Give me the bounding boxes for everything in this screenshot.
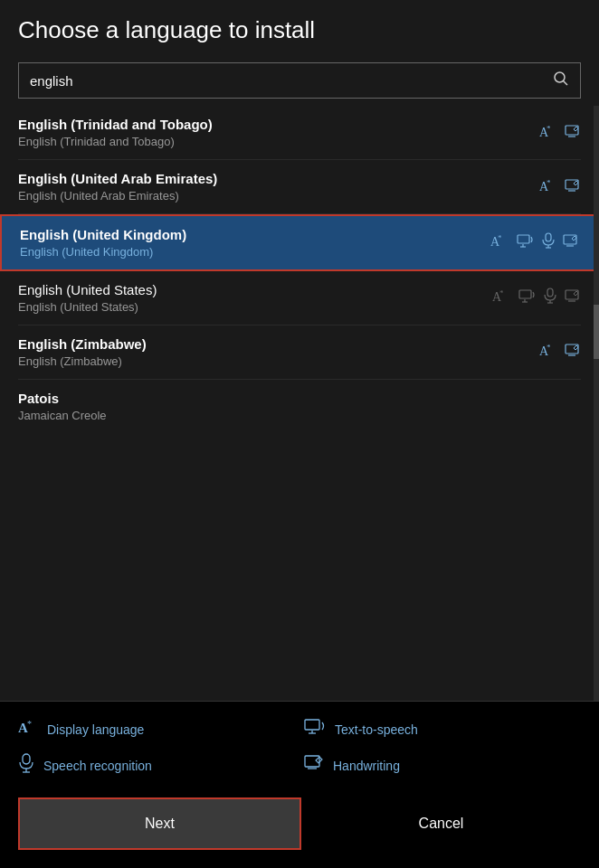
svg-point-0 bbox=[555, 72, 565, 82]
language-text-ae: English (United Arab Emirates) English (… bbox=[18, 171, 539, 203]
scrollbar-track[interactable] bbox=[594, 106, 599, 701]
svg-rect-39 bbox=[23, 754, 30, 764]
language-text-gb: English (United Kingdom) English (United… bbox=[20, 227, 490, 259]
language-text-patois: Patois Jamaican Creole bbox=[18, 391, 581, 422]
lang-subname-us: English (United States) bbox=[18, 300, 492, 314]
search-input[interactable] bbox=[30, 73, 553, 89]
handwriting-icon bbox=[304, 753, 324, 778]
lang-subname-tt: English (Trinidad and Tobago) bbox=[18, 135, 539, 148]
footer-handwriting: Handwriting bbox=[304, 753, 581, 778]
handwriting-icon-tt bbox=[565, 123, 581, 142]
search-icon bbox=[553, 71, 569, 90]
lang-icons-zw: A * bbox=[539, 342, 581, 363]
language-text-us: English (United States) English (United … bbox=[18, 282, 492, 314]
language-text-zw: English (Zimbabwe) English (Zimbabwe) bbox=[18, 336, 539, 368]
display-language-label: Display language bbox=[47, 722, 144, 737]
svg-rect-12 bbox=[518, 235, 529, 243]
tts-label: Text-to-speech bbox=[335, 722, 418, 737]
dialog-header: Choose a language to install bbox=[0, 0, 599, 53]
handwriting-icon-ae bbox=[565, 177, 581, 196]
svg-text:*: * bbox=[499, 288, 504, 297]
lang-name-us: English (United States) bbox=[18, 282, 492, 297]
lang-name-patois: Patois bbox=[18, 391, 581, 406]
display-icon-us: A * bbox=[492, 288, 510, 308]
language-item-ae[interactable]: English (United Arab Emirates) English (… bbox=[18, 160, 581, 214]
language-list: English (Trinidad and Tobago) English (T… bbox=[0, 106, 599, 701]
lang-name-ae: English (United Arab Emirates) bbox=[18, 171, 539, 186]
footer-icons-grid: A * Display language Text-to-speech bbox=[18, 718, 581, 778]
svg-rect-36 bbox=[305, 720, 319, 730]
tts-icon-us bbox=[518, 288, 536, 308]
lang-name-gb: English (United Kingdom) bbox=[20, 227, 490, 242]
lang-icons-tt: A * bbox=[539, 123, 581, 142]
lang-name-zw: English (Zimbabwe) bbox=[18, 336, 539, 352]
footer-icons-section: A * Display language Text-to-speech bbox=[0, 701, 599, 787]
tts-icon bbox=[304, 718, 326, 741]
language-item-tt[interactable]: English (Trinidad and Tobago) English (T… bbox=[18, 106, 581, 160]
handwriting-icon-us bbox=[565, 288, 581, 308]
svg-line-44 bbox=[316, 760, 319, 763]
language-item-gb[interactable]: English (United Kingdom) English (United… bbox=[0, 214, 599, 271]
svg-rect-15 bbox=[546, 233, 551, 241]
handwriting-icon-zw bbox=[565, 342, 581, 363]
lang-name-tt: English (Trinidad and Tobago) bbox=[18, 117, 539, 132]
svg-rect-22 bbox=[519, 290, 531, 298]
speech-icon bbox=[18, 753, 34, 778]
lang-icons-us: A * bbox=[492, 288, 581, 308]
svg-text:*: * bbox=[498, 233, 502, 242]
display-icon-tt: A * bbox=[539, 123, 557, 142]
cancel-button[interactable]: Cancel bbox=[301, 797, 581, 850]
svg-line-1 bbox=[564, 81, 568, 86]
language-item-us[interactable]: English (United States) English (United … bbox=[18, 271, 581, 326]
footer-tts: Text-to-speech bbox=[304, 718, 581, 741]
language-item-patois[interactable]: Patois Jamaican Creole bbox=[18, 380, 581, 433]
lang-icons-gb: A * bbox=[490, 232, 579, 253]
speech-icon-gb bbox=[541, 232, 556, 253]
svg-text:*: * bbox=[27, 719, 32, 729]
lang-subname-gb: English (United Kingdom) bbox=[20, 245, 490, 259]
language-install-dialog: Choose a language to install English (Tr… bbox=[0, 0, 599, 868]
lang-icons-ae: A * bbox=[539, 177, 581, 196]
lang-subname-zw: English (Zimbabwe) bbox=[18, 354, 539, 368]
scrollbar-thumb[interactable] bbox=[594, 305, 599, 359]
tts-icon-gb bbox=[516, 232, 534, 253]
dialog-title: Choose a language to install bbox=[18, 16, 581, 44]
next-button[interactable]: Next bbox=[18, 797, 301, 850]
svg-text:*: * bbox=[547, 124, 551, 133]
display-icon-zw: A * bbox=[539, 342, 557, 363]
footer-buttons: Next Cancel bbox=[0, 787, 599, 868]
speech-label: Speech recognition bbox=[43, 759, 152, 773]
search-container bbox=[0, 53, 599, 99]
language-item-zw[interactable]: English (Zimbabwe) English (Zimbabwe) A … bbox=[18, 326, 581, 380]
display-icon-ae: A * bbox=[539, 177, 557, 196]
footer-display-language: A * Display language bbox=[18, 718, 295, 741]
svg-rect-25 bbox=[547, 288, 553, 297]
svg-text:*: * bbox=[547, 178, 551, 187]
handwriting-icon-gb bbox=[563, 232, 579, 253]
footer-speech: Speech recognition bbox=[18, 753, 295, 778]
search-box[interactable] bbox=[18, 62, 581, 99]
speech-icon-us bbox=[543, 288, 557, 308]
handwriting-label: Handwriting bbox=[333, 759, 400, 773]
lang-subname-ae: English (United Arab Emirates) bbox=[18, 189, 539, 203]
lang-subname-patois: Jamaican Creole bbox=[18, 409, 581, 422]
svg-text:*: * bbox=[547, 343, 551, 352]
display-language-icon: A * bbox=[18, 718, 38, 741]
language-text-tt: English (Trinidad and Tobago) English (T… bbox=[18, 117, 539, 148]
display-icon-gb: A * bbox=[490, 232, 509, 253]
